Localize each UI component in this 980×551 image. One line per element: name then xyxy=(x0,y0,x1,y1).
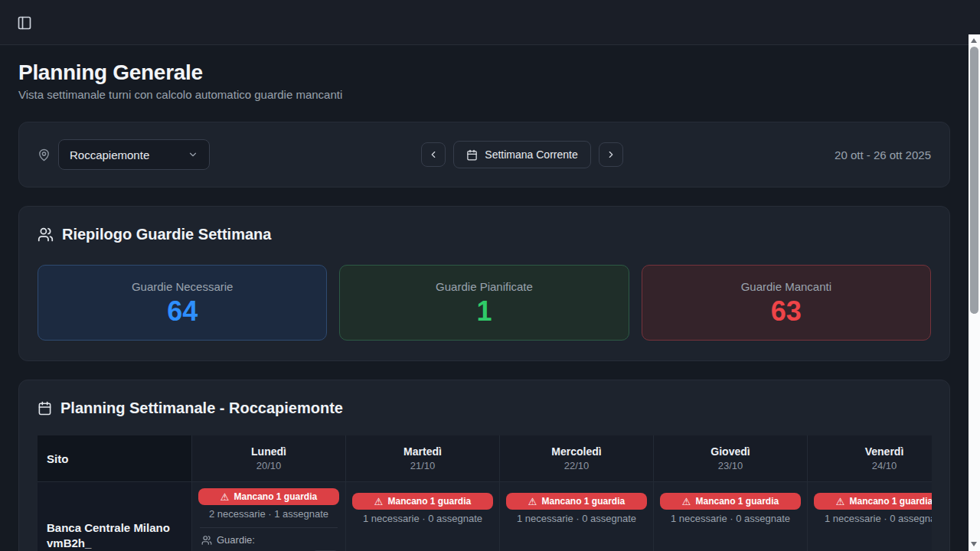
cell-detail: 1 necessarie · 0 assegnate xyxy=(517,514,636,524)
summary-title: Riepilogo Guardie Settimana xyxy=(62,223,271,245)
day-cell[interactable]: ⚠Mancano 1 guardia1 necessarie · 0 asseg… xyxy=(808,482,932,551)
warning-icon: ⚠ xyxy=(220,492,230,502)
shortage-badge-label: Mancano 1 guardia xyxy=(541,496,625,507)
users-icon xyxy=(38,227,54,243)
warning-icon: ⚠ xyxy=(836,497,845,507)
chevron-right-icon xyxy=(606,149,616,160)
stat-guards-missing: Guardie Mancanti 63 xyxy=(642,265,931,341)
shortage-badge: ⚠Mancano 1 guardia xyxy=(660,493,801,510)
location-select[interactable]: Roccapiemonte xyxy=(58,139,210,170)
shortage-badge: ⚠Mancano 1 guardia xyxy=(506,493,647,510)
calendar-icon xyxy=(38,401,52,416)
day-name-label: Mercoledì xyxy=(551,445,601,458)
map-pin-icon xyxy=(38,148,51,161)
calendar-icon xyxy=(466,149,478,161)
planning-card: Planning Settimanale - Roccapiemonte Sit… xyxy=(18,380,950,551)
site-cell: Banca Centrale Milano vmB2h_ xyxy=(38,482,191,551)
table-header-day: Martedì21/10 xyxy=(346,435,499,481)
current-week-button[interactable]: Settimana Corrente xyxy=(453,141,590,168)
page-title: Planning Generale xyxy=(18,60,950,85)
day-date-label: 20/10 xyxy=(256,460,282,471)
week-toolbar: Roccapiemonte Settimana Corrente xyxy=(18,122,950,187)
shortage-badge: ⚠Mancano 1 guardia xyxy=(814,493,932,510)
scrollbar-thumb[interactable] xyxy=(970,47,978,314)
table-header-day: Lunedì20/10 xyxy=(192,435,345,481)
location-group: Roccapiemonte xyxy=(38,139,210,170)
cell-detail: 1 necessarie · 0 assegnate xyxy=(825,514,932,524)
stat-label: Guardie Necessarie xyxy=(132,280,234,293)
table-header-site: Sito xyxy=(38,435,191,481)
stat-guards-planned: Guardie Pianificate 1 xyxy=(339,265,629,341)
shortage-badge-label: Mancano 1 guardia xyxy=(234,491,317,502)
stat-label: Guardie Mancanti xyxy=(741,280,831,293)
date-range-label: 20 ott - 26 ott 2025 xyxy=(835,148,931,161)
panel-left-icon xyxy=(17,15,32,31)
location-select-value: Roccapiemonte xyxy=(70,148,149,161)
chevron-down-icon xyxy=(188,149,198,160)
previous-week-button[interactable] xyxy=(421,142,446,167)
day-cell[interactable]: ⚠Mancano 1 guardia1 necessarie · 0 asseg… xyxy=(500,482,653,551)
day-date-label: 24/10 xyxy=(872,460,897,471)
warning-icon: ⚠ xyxy=(528,497,537,507)
stat-guards-needed: Guardie Necessarie 64 xyxy=(38,265,327,341)
vertical-scrollbar[interactable] xyxy=(969,34,980,551)
day-cell[interactable]: ⚠Mancano 1 guardia2 necessarie · 1 asseg… xyxy=(192,482,345,551)
guards-line: Guardie: xyxy=(198,534,255,546)
sidebar-toggle-button[interactable] xyxy=(15,14,34,32)
day-date-label: 21/10 xyxy=(410,460,436,471)
cell-divider xyxy=(200,527,338,528)
planning-table: SitoLunedì20/10Martedì21/10Mercoledì22/1… xyxy=(38,435,932,551)
stat-value: 1 xyxy=(476,298,492,325)
scrollbar-down-arrow[interactable] xyxy=(971,542,977,546)
current-week-label: Settimana Corrente xyxy=(485,148,577,161)
top-bar xyxy=(0,0,980,45)
planning-title: Planning Settimanale - Roccapiemonte xyxy=(60,397,343,419)
cell-detail: 1 necessarie · 0 assegnate xyxy=(671,514,790,524)
shortage-badge-label: Mancano 1 guardia xyxy=(695,496,779,507)
stat-value: 63 xyxy=(771,298,802,325)
day-name-label: Martedì xyxy=(403,445,442,458)
day-date-label: 22/10 xyxy=(564,460,590,471)
planning-title-row: Planning Settimanale - Roccapiemonte xyxy=(38,397,931,419)
warning-icon: ⚠ xyxy=(374,497,384,507)
warning-icon: ⚠ xyxy=(682,497,691,507)
day-name-label: Lunedì xyxy=(251,445,286,458)
summary-card: Riepilogo Guardie Settimana Guardie Nece… xyxy=(18,206,950,361)
chevron-left-icon xyxy=(428,149,439,160)
cell-detail: 1 necessarie · 0 assegnate xyxy=(363,514,482,524)
table-header-day: Mercoledì22/10 xyxy=(500,435,653,481)
shortage-badge: ⚠Mancano 1 guardia xyxy=(352,493,493,510)
planning-table-viewport: SitoLunedì20/10Martedì21/10Mercoledì22/1… xyxy=(38,435,932,551)
page-subtitle: Vista settimanale turni con calcolo auto… xyxy=(18,88,950,102)
table-header-day: Venerdì24/10 xyxy=(808,435,932,481)
stat-label: Guardie Pianificate xyxy=(436,280,533,293)
main-content: Planning Generale Vista settimanale turn… xyxy=(0,45,969,551)
guards-label: Guardie: xyxy=(217,534,255,546)
day-cell[interactable]: ⚠Mancano 1 guardia1 necessarie · 0 asseg… xyxy=(654,482,807,551)
cell-detail: 2 necessarie · 1 assegnate xyxy=(209,509,328,520)
summary-stats: Guardie Necessarie 64 Guardie Pianificat… xyxy=(38,265,931,341)
shortage-badge-label: Mancano 1 guardia xyxy=(849,496,932,507)
stat-value: 64 xyxy=(167,298,198,325)
users-icon xyxy=(201,535,212,546)
day-name-label: Venerdì xyxy=(865,445,904,458)
shortage-badge: ⚠Mancano 1 guardia xyxy=(198,488,339,505)
next-week-button[interactable] xyxy=(599,142,623,167)
scrollbar-up-arrow[interactable] xyxy=(971,38,977,43)
summary-title-row: Riepilogo Guardie Settimana xyxy=(38,223,931,245)
day-name-label: Giovedì xyxy=(710,445,750,458)
day-cell[interactable]: ⚠Mancano 1 guardia1 necessarie · 0 asseg… xyxy=(346,482,499,551)
week-navigation: Settimana Corrente xyxy=(421,141,622,168)
table-header-day: Giovedì23/10 xyxy=(654,435,807,481)
day-date-label: 23/10 xyxy=(718,460,743,471)
shortage-badge-label: Mancano 1 guardia xyxy=(387,496,471,507)
